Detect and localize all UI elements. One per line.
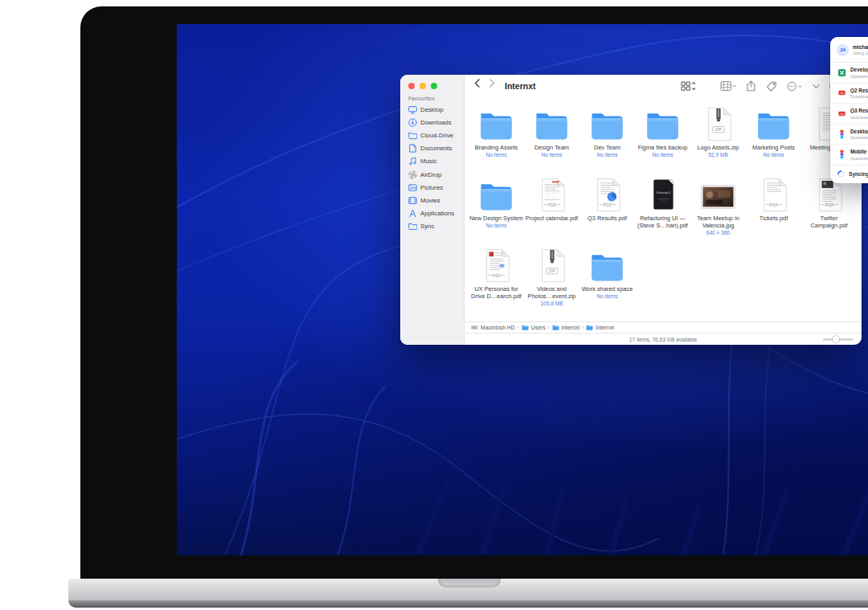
laptop-base-edge xyxy=(68,600,868,608)
sidebar-item-movies[interactable]: Movies xyxy=(400,194,464,207)
breadcrumb-label: Macintosh HD xyxy=(481,325,515,330)
folder-icon xyxy=(469,104,524,141)
sidebar-item-label: Movies xyxy=(420,197,440,204)
transfer-item[interactable]: Development expenses.xlsxUploading 64% xyxy=(830,63,868,83)
breadcrumb-separator: › xyxy=(548,325,550,330)
file-meta: No items xyxy=(746,152,801,158)
breadcrumb-item[interactable]: Users xyxy=(522,324,546,332)
sidebar-item-downloads[interactable]: Downloads xyxy=(400,116,464,129)
zip-icon: ZIP xyxy=(690,104,746,141)
transfer-item[interactable]: Desktop migration and onboardi…(success_… xyxy=(830,124,868,145)
file-item[interactable]: ZIPVideos and Photos…event.zip105,8 MB xyxy=(524,245,579,316)
file-name: Tickets.pdf xyxy=(746,215,801,222)
actions-icon[interactable] xyxy=(787,81,803,92)
file-name: Marketing Posts xyxy=(746,144,801,151)
close-button[interactable] xyxy=(408,83,415,89)
view-grid-icon[interactable] xyxy=(681,80,696,92)
file-item[interactable]: PDFUX Personas for Drive D…earch.pdf xyxy=(469,245,524,316)
book-icon: Refactoring UI xyxy=(635,174,690,212)
file-item[interactable]: PDFProject calendar.pdf xyxy=(524,174,579,245)
pdf-file-icon xyxy=(837,109,846,118)
file-name: Branding Assets xyxy=(469,144,524,151)
file-item[interactable]: ZIPLogo Assets.zip52,9 MB xyxy=(690,104,746,174)
file-item[interactable]: PDFTwitter Campaign.pdf xyxy=(801,174,857,245)
svg-text:ZIP: ZIP xyxy=(549,268,556,273)
file-item[interactable]: PDFQ3 Results.pdf xyxy=(579,174,635,245)
transfer-item[interactable]: Mobile share folder flows.fig(success_me… xyxy=(830,144,868,165)
sidebar-item-label: Music xyxy=(420,158,436,165)
crumb-folder-icon xyxy=(552,324,559,332)
file-item[interactable]: Figma files backupNo items xyxy=(635,104,690,174)
sync-status-label: Syncing your files xyxy=(849,171,868,177)
transfer-name: Q2 Results (2022).pdf xyxy=(850,88,868,93)
breadcrumb-label: internxt xyxy=(562,325,579,330)
file-meta: No items xyxy=(469,223,524,228)
file-name: Refactoring UI — (Steve S…han).pdf xyxy=(635,215,690,229)
file-item[interactable]: Work shared spaceNo items xyxy=(579,245,635,316)
chevron-down-icon[interactable] xyxy=(813,84,820,89)
share-icon[interactable] xyxy=(746,80,756,92)
sidebar-item-pictures[interactable]: Pictures xyxy=(400,181,464,194)
file-item[interactable]: PDFTickets.pdf xyxy=(746,174,801,245)
sidebar-item-label: Sync xyxy=(420,223,434,230)
sidebar-item-airdrop[interactable]: AirDrop xyxy=(400,168,464,181)
internxt-sync-popup: JA michael@internxt.com Using 176,42GB o… xyxy=(830,37,868,183)
breadcrumb-item[interactable]: internxt xyxy=(552,324,579,332)
sidebar-item-label: Applications xyxy=(420,210,454,217)
sidebar-item-sync[interactable]: Sync xyxy=(400,220,464,233)
transfer-status: (success_message) xyxy=(850,135,868,140)
sidebar-item-cloud-drive[interactable]: Cloud-Drive xyxy=(400,129,464,141)
file-name: Dev Team xyxy=(579,144,635,151)
breadcrumb-item[interactable]: Macintosh HD xyxy=(471,324,515,332)
file-name: New Design System xyxy=(469,215,524,222)
account-email: michael@internxt.com xyxy=(853,44,868,50)
file-meta: No items xyxy=(579,293,635,299)
transfer-item[interactable]: Q3 Results (2022).pdf(success_message) xyxy=(830,103,868,124)
file-item[interactable]: Dev TeamNo items xyxy=(579,104,635,174)
file-item[interactable]: Design TeamNo items xyxy=(524,104,579,174)
sidebar-item-label: Desktop xyxy=(420,106,444,113)
group-icon[interactable] xyxy=(720,80,736,92)
sidebar-item-applications[interactable]: Applications xyxy=(400,207,464,220)
transfer-item[interactable]: Q2 Results (2022).pdfDownloading 26% xyxy=(830,83,868,104)
sidebar-item-label: Cloud-Drive xyxy=(420,132,453,139)
file-item[interactable]: New Design SystemNo items xyxy=(469,174,524,245)
forward-button[interactable] xyxy=(489,79,495,88)
folder-icon xyxy=(524,104,579,141)
transfer-status: Uploading 64% xyxy=(850,74,868,79)
folder-icon xyxy=(469,174,524,212)
transfer-status: Downloading 26% xyxy=(850,94,868,99)
zoom-button[interactable] xyxy=(431,83,437,89)
breadcrumb-item[interactable]: Internxt xyxy=(586,324,614,332)
sidebar-item-label: Documents xyxy=(420,145,452,152)
file-item[interactable]: Team Meetup in Valencia.jpg640 × 360 xyxy=(690,174,746,245)
folder-icon xyxy=(635,104,690,141)
file-meta: No items xyxy=(469,152,524,158)
minimize-button[interactable] xyxy=(420,83,426,89)
file-name: Q3 Results.pdf xyxy=(579,215,635,222)
items-summary: 17 items, 76,63 GB available xyxy=(465,337,862,342)
sidebar-item-label: Downloads xyxy=(420,119,452,126)
image-icon xyxy=(690,174,746,212)
laptop-bezel: Favourites DesktopDownloadsCloud-DriveDo… xyxy=(80,6,868,579)
sidebar-item-music[interactable]: Music xyxy=(400,155,464,168)
file-item[interactable]: Branding AssetsNo items xyxy=(469,104,524,174)
icon-size-slider[interactable] xyxy=(823,338,854,341)
file-item[interactable]: Marketing PostsNo items xyxy=(746,104,801,174)
transfer-text: Mobile share folder flows.fig(success_me… xyxy=(850,149,868,161)
desktop-wallpaper: Favourites DesktopDownloadsCloud-DriveDo… xyxy=(177,24,868,555)
figma-icon xyxy=(837,129,846,139)
folder-icon xyxy=(408,222,417,231)
file-item[interactable]: Refactoring UIRefactoring UI — (Steve S…… xyxy=(635,174,690,245)
transfer-name: Mobile share folder flows.fig xyxy=(850,149,868,154)
tag-icon[interactable] xyxy=(766,81,777,92)
storage-usage: Using 176,42GB of 200GB xyxy=(853,51,868,55)
back-button[interactable] xyxy=(474,79,480,88)
crumb-folder-icon xyxy=(586,324,593,332)
sidebar-item-documents[interactable]: Documents xyxy=(400,142,464,155)
account-header[interactable]: JA michael@internxt.com Using 176,42GB o… xyxy=(830,37,868,63)
slider-knob[interactable] xyxy=(833,336,839,342)
pdf-ux-icon: PDF xyxy=(469,245,524,283)
sidebar-item-desktop[interactable]: Desktop xyxy=(400,103,464,116)
window-title: Internxt xyxy=(505,81,536,91)
